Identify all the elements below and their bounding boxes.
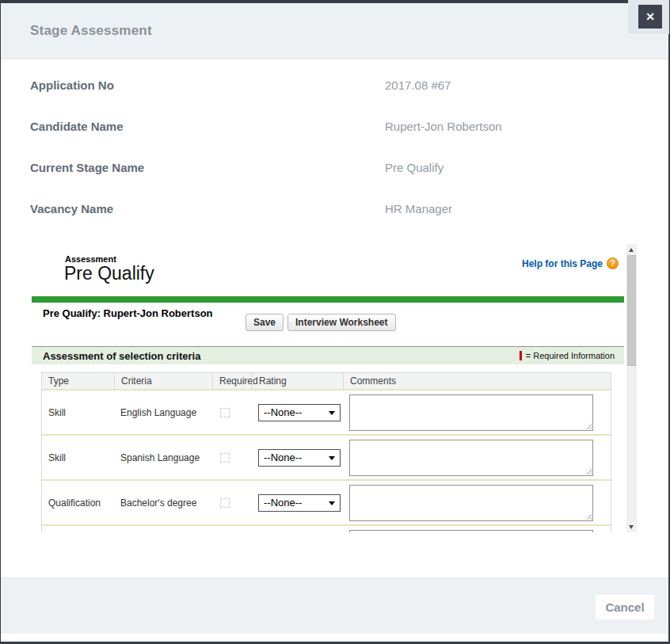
close-icon: ✕ — [645, 10, 655, 23]
chevron-down-icon — [329, 456, 335, 460]
table-row: Skill Spanish Language --None-- — [42, 434, 611, 479]
field-label: Vacancy Name — [30, 202, 385, 215]
required-checkbox — [220, 498, 230, 508]
header-criteria: Criteria — [114, 373, 212, 389]
background-page-bottom — [1, 634, 668, 642]
comments-textarea[interactable] — [349, 485, 593, 521]
criteria-table-header: Type Criteria Required Rating Comments — [42, 373, 611, 389]
required-legend: = Required Information — [520, 351, 615, 360]
section-header: Assessment of selection criteria = Requi… — [32, 346, 624, 364]
field-application-no: Application No 2017.08 #67 — [30, 78, 648, 92]
chevron-down-icon — [329, 411, 335, 415]
help-link[interactable]: Help for this Page — [522, 258, 603, 269]
help-icon[interactable]: ? — [607, 257, 619, 269]
iframe-scrollbar[interactable] — [626, 244, 637, 532]
field-value: Pre Qualify — [385, 161, 648, 174]
resize-handle-icon[interactable] — [584, 467, 592, 474]
rating-select[interactable]: --None-- — [258, 404, 341, 421]
type-cell: Skill — [42, 407, 114, 418]
modal-footer: Cancel — [1, 577, 668, 634]
table-row: Qualification Bachelor's degree --None-- — [42, 479, 611, 524]
resize-handle-icon[interactable] — [584, 422, 592, 429]
field-label: Candidate Name — [30, 120, 385, 133]
required-marker-icon — [520, 351, 522, 360]
field-value: Rupert-Jon Robertson — [385, 120, 648, 133]
field-value: 2017.08 #67 — [385, 78, 648, 92]
comments-textarea[interactable] — [349, 394, 593, 431]
rating-select-value: --None-- — [264, 406, 302, 418]
page-backdrop: Stage Assessment Application No 2017.08 … — [0, 0, 670, 644]
scrollbar-thumb[interactable] — [627, 255, 636, 366]
scroll-down-icon[interactable] — [626, 521, 637, 532]
required-legend-text: = Required Information — [526, 351, 615, 360]
table-row: --None-- — [42, 524, 611, 532]
stage-assessment-modal: Stage Assessment Application No 2017.08 … — [1, 3, 668, 634]
scroll-up-icon[interactable] — [626, 244, 637, 255]
header-rating: Rating — [252, 373, 343, 389]
rating-select[interactable]: --None-- — [258, 494, 341, 512]
resize-handle-icon[interactable] — [584, 513, 592, 520]
page-title: Pre Qualify — [64, 263, 154, 284]
type-cell: Qualification — [42, 497, 114, 509]
rating-select[interactable]: --None-- — [258, 449, 341, 467]
section-title: Assessment of selection criteria — [43, 350, 200, 362]
header-required: Required — [212, 373, 252, 389]
record-title: Pre Qualify: Rupert-Jon Robertson — [43, 307, 229, 320]
stage-accent-bar — [32, 296, 624, 303]
field-vacancy-name: Vacancy Name HR Manager — [30, 202, 648, 215]
interview-worksheet-button[interactable]: Interview Worksheet — [287, 314, 395, 331]
required-checkbox — [220, 408, 230, 417]
field-current-stage-name: Current Stage Name Pre Qualify — [30, 161, 648, 174]
comments-textarea[interactable] — [349, 440, 593, 476]
chevron-down-icon — [329, 501, 335, 505]
field-label: Application No — [30, 78, 385, 92]
type-cell: Skill — [42, 452, 114, 463]
rating-select-value: --None-- — [264, 452, 302, 463]
rating-select-value: --None-- — [264, 497, 302, 509]
header-comments: Comments — [343, 373, 611, 389]
save-button[interactable]: Save — [246, 314, 284, 331]
modal-title: Stage Assessment — [30, 23, 152, 39]
assessment-iframe: Assessment Pre Qualify Help for this Pag… — [32, 244, 637, 532]
field-candidate-name: Candidate Name Rupert-Jon Robertson — [30, 120, 648, 133]
action-buttons: Save Interview Worksheet — [246, 314, 396, 331]
field-value: HR Manager — [385, 202, 648, 215]
close-button-container: ✕ — [628, 0, 669, 34]
field-label: Current Stage Name — [30, 161, 385, 174]
modal-header: Stage Assessment — [1, 3, 668, 59]
table-row: Skill English Language --None-- — [42, 389, 611, 434]
cancel-button[interactable]: Cancel — [596, 595, 654, 619]
comments-textarea[interactable] — [349, 530, 593, 533]
criteria-table: Type Criteria Required Rating Comments S… — [41, 372, 611, 532]
required-checkbox — [220, 453, 230, 463]
criteria-cell: Bachelor's degree — [114, 497, 212, 509]
record-title-band: Pre Qualify: Rupert-Jon Robertson Save I… — [32, 303, 624, 346]
criteria-cell: Spanish Language — [114, 452, 212, 463]
criteria-cell: English Language — [114, 407, 212, 418]
close-button[interactable]: ✕ — [638, 5, 662, 29]
header-type: Type — [42, 373, 114, 389]
help-area: Help for this Page ? — [522, 257, 619, 269]
